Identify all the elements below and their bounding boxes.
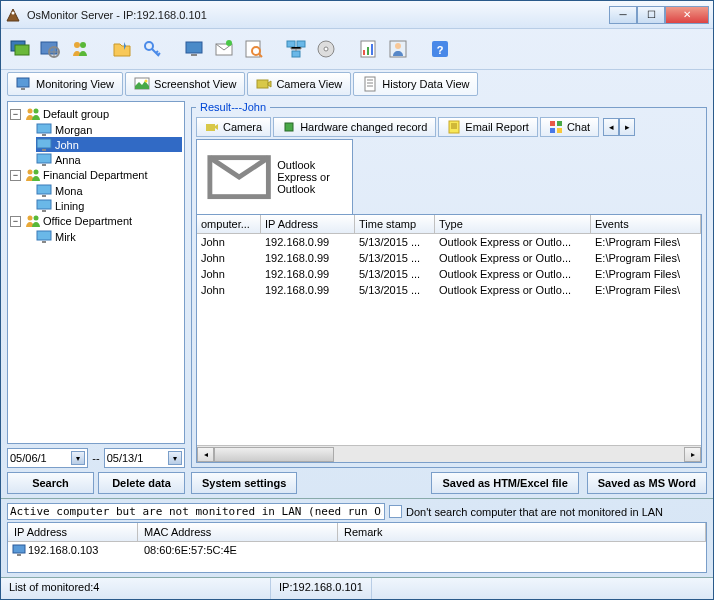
tree-user[interactable]: Morgan bbox=[36, 122, 182, 137]
tree-group[interactable]: −Financial Department bbox=[10, 167, 182, 183]
svg-rect-49 bbox=[37, 231, 51, 240]
close-button[interactable]: ✕ bbox=[665, 6, 709, 24]
tb-mail-icon[interactable] bbox=[211, 36, 237, 62]
scroll-left-icon[interactable]: ◂ bbox=[197, 447, 214, 462]
pc-icon bbox=[36, 184, 52, 197]
svg-rect-22 bbox=[371, 44, 373, 55]
svg-rect-57 bbox=[557, 128, 562, 133]
tab-camera[interactable]: Camera View bbox=[247, 72, 351, 96]
tree-user[interactable]: Mirk bbox=[36, 229, 182, 244]
statusbar: List of monitored:4 IP:192.168.0.101 bbox=[1, 577, 713, 599]
svg-rect-16 bbox=[292, 51, 300, 57]
subtab-chat[interactable]: Chat bbox=[540, 117, 599, 137]
dropdown-icon[interactable]: ▾ bbox=[71, 451, 85, 465]
pc-icon bbox=[36, 123, 52, 136]
minimize-button[interactable]: ─ bbox=[609, 6, 637, 24]
search-button[interactable]: Search bbox=[7, 472, 94, 494]
tb-monitor-icon[interactable] bbox=[7, 36, 33, 62]
table-row[interactable]: John192.168.0.995/13/2015 ...Outlook Exp… bbox=[197, 234, 701, 250]
svg-point-41 bbox=[28, 170, 33, 175]
dont-search-checkbox[interactable] bbox=[389, 505, 402, 518]
svg-rect-50 bbox=[42, 241, 46, 243]
status-message[interactable] bbox=[7, 503, 385, 520]
date-from[interactable]: 05/06/1▾ bbox=[7, 448, 88, 468]
maximize-button[interactable]: ☐ bbox=[637, 6, 665, 24]
svg-point-24 bbox=[395, 43, 401, 49]
scroll-right-icon[interactable]: ▸ bbox=[684, 447, 701, 462]
tb-network-icon[interactable] bbox=[283, 36, 309, 62]
save-word-button[interactable]: Saved as MS Word bbox=[587, 472, 707, 494]
table-row[interactable]: John192.168.0.995/13/2015 ...Outlook Exp… bbox=[197, 266, 701, 282]
subtab-camera[interactable]: Camera bbox=[196, 117, 271, 137]
group-icon bbox=[25, 214, 41, 228]
tb-disc-icon[interactable] bbox=[313, 36, 339, 62]
system-settings-button[interactable]: System settings bbox=[191, 472, 297, 494]
date-to[interactable]: 05/13/1▾ bbox=[104, 448, 185, 468]
col-mac[interactable]: MAC Address bbox=[138, 523, 338, 541]
collapse-icon[interactable]: − bbox=[10, 216, 21, 227]
tab-history[interactable]: History Data View bbox=[353, 72, 478, 96]
svg-point-5 bbox=[74, 42, 80, 48]
tree-group[interactable]: −Default group bbox=[10, 106, 182, 122]
subtab-email[interactable]: Email Report bbox=[438, 117, 538, 137]
tree-user-selected[interactable]: John bbox=[36, 137, 182, 152]
user-tree[interactable]: −Default group Morgan John Anna −Financi… bbox=[7, 101, 185, 444]
svg-rect-51 bbox=[206, 124, 215, 131]
col-ip[interactable]: IP Address bbox=[261, 215, 355, 233]
collapse-icon[interactable]: − bbox=[10, 109, 21, 120]
tb-folder-icon[interactable] bbox=[109, 36, 135, 62]
monitor-icon bbox=[16, 76, 32, 92]
svg-point-7 bbox=[145, 42, 153, 50]
svg-rect-43 bbox=[37, 185, 51, 194]
tb-person-icon[interactable] bbox=[385, 36, 411, 62]
window-title: OsMonitor Server - IP:192.168.0.101 bbox=[27, 9, 609, 21]
date-sep: -- bbox=[92, 452, 99, 464]
tab-screenshot[interactable]: Screenshot View bbox=[125, 72, 245, 96]
svg-point-42 bbox=[34, 170, 39, 175]
col-computer[interactable]: omputer... bbox=[197, 215, 261, 233]
tree-user[interactable]: Anna bbox=[36, 152, 182, 167]
col-ip2[interactable]: IP Address bbox=[8, 523, 138, 541]
tb-screen-icon[interactable] bbox=[181, 36, 207, 62]
tb-users-icon[interactable] bbox=[67, 36, 93, 62]
col-remark[interactable]: Remark bbox=[338, 523, 706, 541]
col-events[interactable]: Events bbox=[591, 215, 701, 233]
pc-small-icon bbox=[12, 544, 26, 556]
dropdown-icon: ▾ bbox=[168, 451, 182, 465]
mail-icon bbox=[205, 143, 273, 211]
main-window: OsMonitor Server - IP:192.168.0.101 ─ ☐ … bbox=[0, 0, 714, 600]
h-scrollbar[interactable]: ◂ ▸ bbox=[197, 445, 701, 462]
svg-rect-46 bbox=[42, 210, 46, 212]
photo-icon bbox=[134, 76, 150, 92]
col-type[interactable]: Type bbox=[435, 215, 591, 233]
titlebar[interactable]: OsMonitor Server - IP:192.168.0.101 ─ ☐ … bbox=[1, 1, 713, 29]
scroll-thumb[interactable] bbox=[214, 447, 334, 462]
tree-user[interactable]: Lining bbox=[36, 198, 182, 213]
subtab-hardware[interactable]: Hardware changed record bbox=[273, 117, 436, 137]
result-grid: omputer... IP Address Time stamp Type Ev… bbox=[196, 214, 702, 463]
collapse-icon[interactable]: − bbox=[10, 170, 21, 181]
svg-point-6 bbox=[80, 42, 86, 48]
tree-user[interactable]: Mona bbox=[36, 183, 182, 198]
tb-report-icon[interactable] bbox=[355, 36, 381, 62]
tb-key-icon[interactable] bbox=[139, 36, 165, 62]
col-timestamp[interactable]: Time stamp bbox=[355, 215, 435, 233]
tree-group[interactable]: −Office Department bbox=[10, 213, 182, 229]
active-subtab[interactable]: Outlook Express or Outlook bbox=[196, 139, 353, 215]
tab-scroll-right[interactable]: ▸ bbox=[619, 118, 635, 136]
table-row[interactable]: John192.168.0.995/13/2015 ...Outlook Exp… bbox=[197, 282, 701, 298]
unmonitored-row[interactable]: 192.168.0.103 08:60:6E:57:5C:4E bbox=[8, 542, 706, 558]
svg-rect-31 bbox=[257, 80, 268, 88]
tb-settings-icon[interactable] bbox=[37, 36, 63, 62]
svg-rect-35 bbox=[37, 124, 51, 133]
delete-button[interactable]: Delete data bbox=[98, 472, 185, 494]
tab-scroll-left[interactable]: ◂ bbox=[603, 118, 619, 136]
svg-point-30 bbox=[145, 79, 148, 82]
tb-search-icon[interactable] bbox=[241, 36, 267, 62]
tab-monitoring[interactable]: Monitoring View bbox=[7, 72, 123, 96]
save-htm-button[interactable]: Saved as HTM/Excel file bbox=[431, 472, 578, 494]
tb-help-icon[interactable]: ? bbox=[427, 36, 453, 62]
table-row[interactable]: John192.168.0.995/13/2015 ...Outlook Exp… bbox=[197, 250, 701, 266]
doc-icon bbox=[362, 76, 378, 92]
view-tabs: Monitoring View Screenshot View Camera V… bbox=[1, 69, 713, 97]
